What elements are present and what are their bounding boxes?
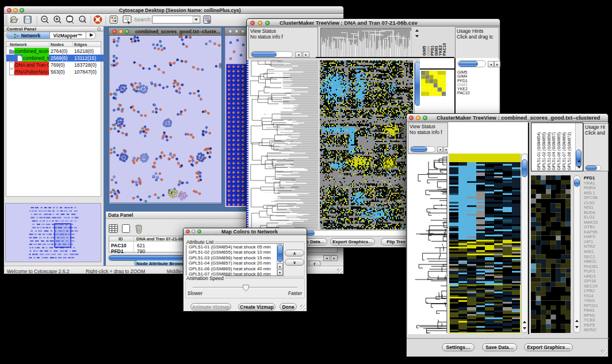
svg-text:1:1: 1:1 (81, 18, 85, 21)
svg-text:Search:: Search: (134, 17, 152, 22)
